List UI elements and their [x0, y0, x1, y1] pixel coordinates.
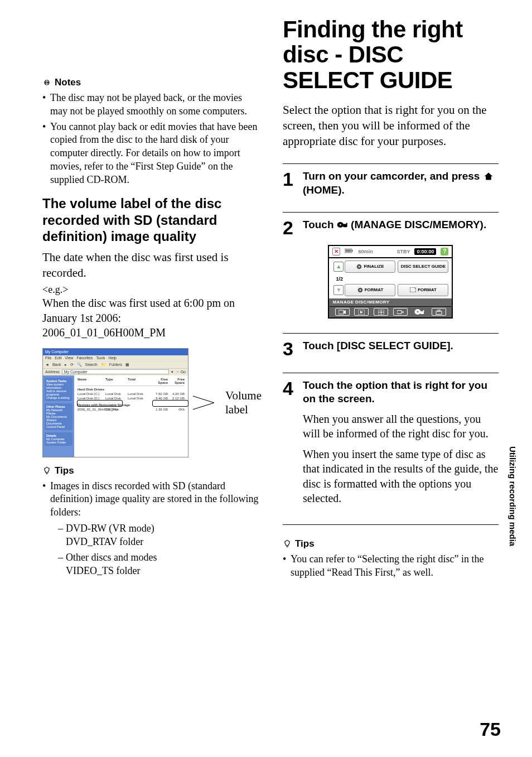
- svg-rect-29: [286, 546, 288, 547]
- tab-output-icon[interactable]: [393, 308, 408, 316]
- disc-icon: [356, 264, 362, 269]
- format-card-button[interactable]: FORMAT: [398, 284, 448, 296]
- camcorder-mid: ▲ FINALIZE DISC SELECT GUIDE: [328, 258, 453, 275]
- svg-rect-17: [338, 310, 344, 314]
- step-number: 2: [283, 218, 297, 237]
- intro-text: Select the option that is right for you …: [283, 103, 499, 149]
- stby-label: STBY: [396, 249, 410, 254]
- explorer-screenshot: My Computer FileEditViewFavoritesToolsHe…: [42, 348, 188, 457]
- svg-rect-30: [287, 547, 288, 547]
- notes-item: The disc may not be played back, or the …: [42, 91, 262, 118]
- camcorder-topbar: ✕ 60min STBY 0:00:00 ?: [328, 245, 453, 258]
- side-section-label: Utilizing recording media: [508, 446, 518, 546]
- tab-manage-icon[interactable]: [412, 308, 427, 316]
- eg-line-2: 2006_01_01_06H00M_PM: [42, 325, 262, 340]
- volume-label-name-highlight: [77, 400, 123, 407]
- subitem: Other discs and modes VIDEO_TS folder: [58, 551, 262, 577]
- close-icon[interactable]: ✕: [332, 248, 340, 255]
- svg-rect-26: [423, 310, 424, 312]
- step-3: 3 Touch [DISC SELECT GUIDE].: [283, 333, 499, 358]
- notes-item: You cannot play back or edit movies that…: [42, 120, 262, 187]
- eg-label: <e.g.>: [42, 284, 262, 296]
- step-4: 4 Touch the option that is right for you…: [283, 373, 499, 506]
- explorer-sidebar: System Tasks View system information Add…: [43, 375, 74, 457]
- disc-select-guide-button[interactable]: DISC SELECT GUIDE: [398, 261, 448, 273]
- manage-disc-icon: [337, 220, 348, 229]
- window-title: My Computer: [45, 350, 69, 354]
- right-tips-list: You can refer to “Selecting the right di…: [283, 553, 499, 580]
- right-tips-item: You can refer to “Selecting the right di…: [283, 553, 499, 580]
- svg-rect-11: [352, 250, 353, 252]
- subheading-body: The date when the disc was first used is…: [42, 250, 262, 281]
- step-number: 4: [283, 379, 297, 398]
- step-2: 2 Touch (MANAGE DISC/MEMORY). ✕ 60m: [283, 212, 499, 319]
- step-1: 1 Turn on your camcorder, and press (HOM…: [283, 163, 499, 197]
- bulb-icon: [283, 539, 292, 548]
- svg-rect-9: [346, 223, 347, 224]
- svg-line-33: [289, 541, 290, 542]
- camcorder-mid2: ▼ FORMAT FORMAT: [328, 284, 453, 298]
- step-text: Touch the option that is right for you o…: [303, 379, 499, 406]
- right-column: Finding the right disc - DISC SELECT GUI…: [283, 17, 499, 582]
- step-text: Touch [DISC SELECT GUIDE].: [303, 339, 499, 353]
- camcorder-bottom-tabs: [328, 306, 453, 319]
- svg-point-7: [340, 224, 341, 225]
- paging-indicator: 1/2: [332, 275, 343, 283]
- step-number: 1: [283, 170, 297, 189]
- step-text: Turn on your camcorder, and press (HOME)…: [303, 170, 499, 197]
- step-text: Touch (MANAGE DISC/MEMORY).: [303, 218, 499, 232]
- time-display: 0:00:00: [414, 248, 436, 255]
- step-body: When you answer all the questions, you w…: [303, 412, 499, 505]
- notes-icon: [42, 78, 51, 87]
- disc-icon: [357, 287, 363, 293]
- tab-toolbox-icon[interactable]: [432, 308, 446, 316]
- svg-line-5: [49, 467, 50, 468]
- down-arrow-button[interactable]: ▼: [333, 285, 344, 295]
- main-title: Finding the right disc - DISC SELECT GUI…: [283, 17, 499, 93]
- help-icon[interactable]: ?: [441, 248, 448, 255]
- tab-camera-icon[interactable]: [335, 308, 350, 316]
- svg-rect-27: [436, 311, 442, 315]
- left-column: Notes The disc may not be played back, o…: [42, 17, 262, 582]
- window-titlebar: My Computer: [43, 349, 188, 355]
- format-disc-button[interactable]: FORMAT: [345, 284, 395, 296]
- address-bar: Address My Computer ▾→ Go: [43, 369, 188, 375]
- home-icon: [483, 172, 494, 181]
- svg-rect-12: [346, 250, 351, 252]
- step-number: 3: [283, 339, 297, 358]
- svg-line-32: [284, 541, 285, 542]
- left-tips-heading: Tips: [42, 465, 262, 476]
- svg-line-4: [44, 467, 45, 468]
- battery-icon: [345, 248, 354, 254]
- svg-rect-2: [46, 474, 48, 474]
- left-tips-item: Images in discs recorded with SD (standa…: [42, 480, 262, 578]
- right-tips-heading: Tips: [283, 538, 499, 549]
- subitem: DVD-RW (VR mode) DVD_RTAV folder: [58, 522, 262, 548]
- battery-label: 60min: [358, 249, 373, 254]
- tab-grid-icon[interactable]: [374, 308, 388, 316]
- svg-point-16: [359, 289, 361, 291]
- camcorder-screen: ✕ 60min STBY 0:00:00 ? ▲: [328, 245, 453, 319]
- svg-rect-28: [438, 310, 440, 312]
- menu-bar: FileEditViewFavoritesToolsHelp: [43, 355, 188, 361]
- svg-point-24: [417, 311, 419, 313]
- svg-rect-8: [343, 224, 347, 227]
- up-arrow-button[interactable]: ▲: [333, 262, 344, 272]
- callout-label: Volume label: [225, 389, 262, 417]
- eg-line-1: When the disc was first used at 6:00 pm …: [42, 296, 262, 325]
- tab-play-icon[interactable]: [354, 308, 369, 316]
- svg-point-14: [359, 266, 360, 267]
- finalize-button[interactable]: FINALIZE: [345, 261, 395, 273]
- camcorder-paging-row: 1/2: [328, 275, 453, 284]
- explorer-main: NameTypeTotalFree SpaceFree Space Hard D…: [74, 375, 188, 457]
- subheading: The volume label of the disc recorded wi…: [42, 195, 262, 244]
- svg-rect-22: [397, 310, 402, 314]
- volume-label-size-highlight: [152, 400, 188, 407]
- leader-line: [192, 393, 225, 413]
- memory-card-icon: [410, 287, 416, 292]
- bulb-icon: [42, 466, 51, 475]
- page-number: 75: [480, 719, 501, 740]
- svg-rect-1: [46, 472, 47, 473]
- toolbar: ◄Back▸⟳🔍Search📁Folders▦: [43, 361, 188, 369]
- left-tips-list: Images in discs recorded with SD (standa…: [42, 480, 262, 578]
